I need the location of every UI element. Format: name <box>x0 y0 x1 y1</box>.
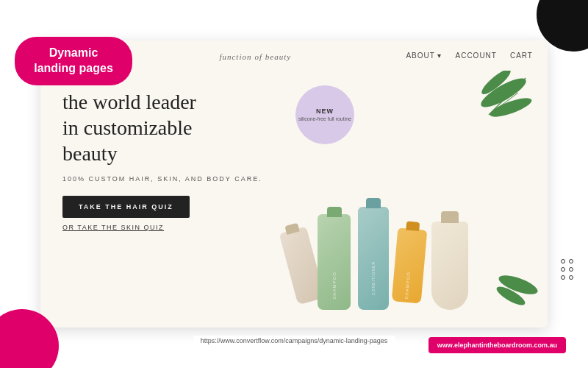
hero-left: the world leaderin customizablebeauty 10… <box>62 71 281 325</box>
bottle-green-shampoo <box>318 214 351 310</box>
badge-label: Dynamic landing pages <box>34 46 113 74</box>
website-badge[interactable]: www.elephantintheboardroom.com.au <box>429 337 566 353</box>
hair-quiz-button[interactable]: TAKE THE HAIR QUIZ <box>62 196 190 218</box>
leaf-bottom-right-icon <box>481 255 540 317</box>
nav-right: ABOUT ▾ ACCOUNT CART <box>406 52 533 60</box>
url-text: https://www.convertflow.com/campaigns/dy… <box>201 337 388 344</box>
dynamic-landing-badge: Dynamic landing pages <box>15 37 132 85</box>
bottle-orange-shampoo <box>392 227 428 303</box>
new-badge: NEW silicone-free full routine <box>295 85 354 144</box>
hero-section: the world leaderin customizablebeauty 10… <box>40 71 548 325</box>
website-badge-label: www.elephantintheboardroom.com.au <box>437 342 557 349</box>
nav-cart[interactable]: CART <box>510 52 533 60</box>
leaf-top-icon <box>445 71 533 147</box>
hero-headline: the world leaderin customizablebeauty <box>62 89 281 166</box>
skin-quiz-link[interactable]: OR TAKE THE SKIN QUIZ <box>62 224 281 231</box>
nav-logo[interactable]: functionof beauty <box>216 48 291 63</box>
nav-account[interactable]: ACCOUNT <box>455 52 496 60</box>
decorative-dots <box>561 259 573 280</box>
nav-about[interactable]: ABOUT ▾ <box>406 52 442 60</box>
url-bar: https://www.convertflow.com/campaigns/dy… <box>193 336 395 346</box>
bottle-cream <box>431 222 468 310</box>
hero-subtext: 100% CUSTOM HAIR, SKIN, AND BODY CARE. <box>62 175 281 183</box>
hero-right: NEW silicone-free full routine <box>281 71 548 325</box>
new-badge-description: silicone-free full routine <box>298 116 351 123</box>
bottle-teal-conditioner <box>358 207 389 310</box>
